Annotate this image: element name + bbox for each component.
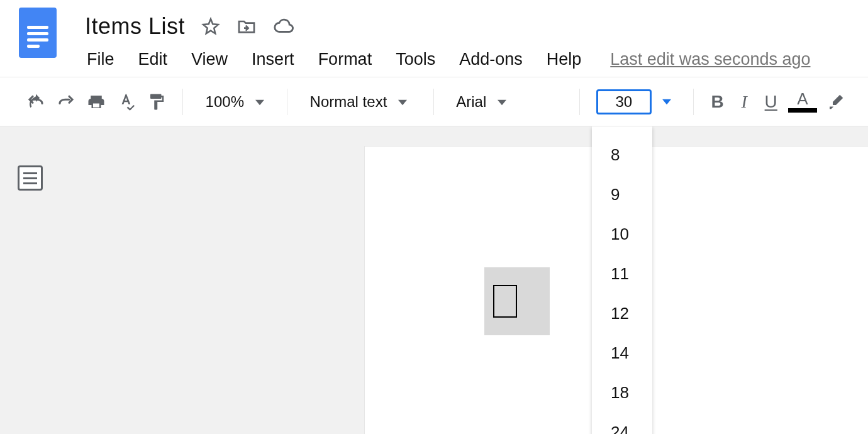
undo-icon[interactable] [26,89,45,114]
menu-help[interactable]: Help [547,50,582,69]
font-value: Arial [456,93,486,111]
toolbar-separator [433,89,434,115]
toolbar-separator [579,89,580,115]
chevron-down-icon [498,93,506,111]
menu-edit[interactable]: Edit [138,50,168,69]
cloud-status-icon[interactable] [273,16,294,37]
redo-icon[interactable] [57,89,75,114]
paint-format-icon[interactable] [147,89,166,114]
paragraph-style-dropdown[interactable]: Normal text [304,93,417,111]
menu-tools[interactable]: Tools [396,50,435,69]
docs-logo-icon[interactable] [19,8,57,58]
toolbar-separator [693,89,694,115]
paragraph-style-value: Normal text [310,93,387,111]
move-folder-icon[interactable] [236,16,257,36]
font-size-option[interactable]: 14 [592,333,652,373]
chevron-down-icon [398,93,407,111]
highlight-button[interactable] [826,89,845,114]
menu-format[interactable]: Format [318,50,372,69]
print-icon[interactable] [87,89,106,114]
text-cursor-box [493,285,517,318]
menu-view[interactable]: View [191,50,228,69]
font-size-option[interactable]: 10 [592,214,652,254]
text-color-button[interactable]: A [790,89,815,114]
menu-file[interactable]: File [87,50,114,69]
font-size-input[interactable] [596,89,652,114]
toolbar-separator [287,89,287,115]
zoom-value: 100% [206,93,244,111]
star-icon[interactable] [201,17,220,36]
font-size-option[interactable]: 12 [592,294,652,333]
font-size-control [596,89,677,114]
font-dropdown[interactable]: Arial [450,93,563,111]
menu-addons[interactable]: Add-ons [459,50,523,69]
title-row: Items List [75,13,868,40]
font-size-dropdown-toggle[interactable] [657,92,677,112]
font-size-option[interactable]: 11 [592,254,652,294]
logo-wrap [0,0,75,77]
font-size-option[interactable]: 24 [592,413,652,434]
menu-insert[interactable]: Insert [252,50,294,69]
bold-button[interactable]: B [709,89,725,114]
underline-button[interactable]: U [763,89,779,114]
document-outline-icon[interactable] [18,165,43,191]
toolbar-separator [182,89,183,115]
chevron-down-icon [255,93,264,111]
font-size-option[interactable]: 18 [592,373,652,413]
font-size-dropdown-menu: 8 9 10 11 12 14 18 24 [592,126,652,434]
app-header: Items List File Edit View Insert Format … [0,0,868,77]
font-size-option[interactable]: 8 [592,135,652,175]
spellcheck-icon[interactable] [117,89,136,114]
font-size-option[interactable]: 9 [592,175,652,214]
last-edit-link[interactable]: Last edit was seconds ago [610,50,810,69]
menu-bar: File Edit View Insert Format Tools Add-o… [75,50,868,69]
editor-canvas: 8 9 10 11 12 14 18 24 [0,126,868,434]
document-title[interactable]: Items List [85,13,185,40]
zoom-dropdown[interactable]: 100% [199,93,270,111]
italic-button[interactable]: I [737,89,752,114]
toolbar: 100% Normal text Arial B I U A [0,77,868,126]
